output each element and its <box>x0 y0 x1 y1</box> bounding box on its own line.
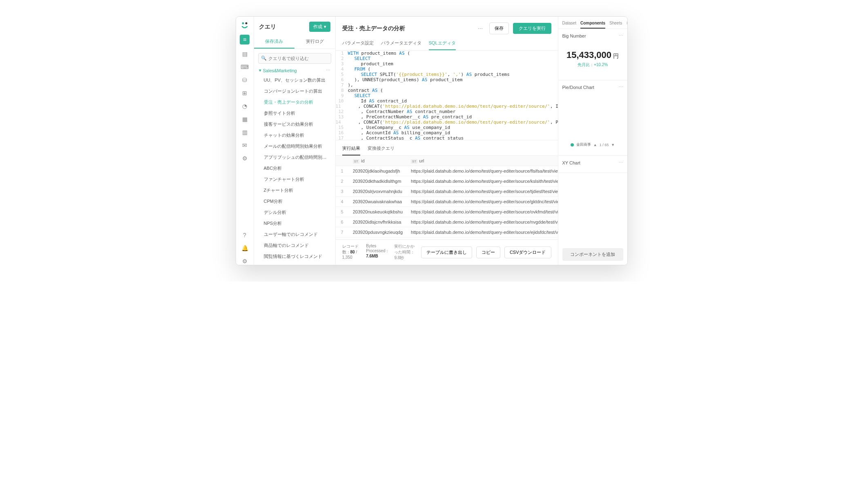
query-item[interactable]: ABC分析 <box>254 163 335 174</box>
rail-help-icon[interactable]: ? <box>241 231 248 239</box>
result-footer: レコード数：80 / 1,350 Bytes Processed：7.6MB 実… <box>336 239 558 265</box>
query-item[interactable]: 受注・売上データの分析 <box>254 97 335 108</box>
component-more-icon[interactable]: ⋯ <box>619 33 623 38</box>
query-item[interactable]: ファンチャート分析 <box>254 174 335 185</box>
query-item[interactable]: Zチャート分析 <box>254 185 335 196</box>
tab-params[interactable]: パラメータ設定 <box>342 38 374 50</box>
rtab-components[interactable]: Components <box>580 21 605 29</box>
tab-saved[interactable]: 保存済み <box>254 35 295 49</box>
export-table-button[interactable]: テーブルに書き出し <box>421 246 472 258</box>
table-row[interactable]: 6203920idlsjcnvfhrikksisahttps://plaid.d… <box>336 217 558 227</box>
page-title: 受注・売上データの分析 <box>342 25 471 32</box>
csv-download-button[interactable]: CSVダウンロード <box>504 246 551 258</box>
rail-apps-icon[interactable]: ⊞ <box>241 89 248 97</box>
search-input[interactable] <box>258 53 331 64</box>
query-item[interactable]: 参照サイト分析 <box>254 108 335 119</box>
right-panel: Dataset Components Sheets ✕ Big Number⋯ … <box>558 17 627 265</box>
legend-dot-icon <box>571 143 574 147</box>
table-row[interactable]: 3203920slrjvoxvmahnjkduhttps://plaid.dat… <box>336 187 558 197</box>
table-row[interactable]: 5203920nuskeuokqtkbshuhttps://plaid.data… <box>336 207 558 217</box>
chevron-down-icon: ▾ <box>324 24 326 29</box>
table-row[interactable]: 7203920pdusvngkzieuqdghttps://plaid.data… <box>336 227 558 238</box>
rtab-dataset[interactable]: Dataset <box>562 21 576 25</box>
result-table-wrap[interactable]: STidSTurlINn 1203920jdklaoihugadsfjhhttp… <box>336 156 558 239</box>
query-item[interactable]: UU、PV、セッション数の算出 <box>254 75 335 86</box>
query-item[interactable]: デシル分析 <box>254 207 335 218</box>
query-item[interactable]: 閲覧情報に基づくレコメンド <box>254 251 335 262</box>
component-big-number: Big Number⋯ 15,433,000円 先月比：+10.2% <box>558 29 627 80</box>
tab-param-editor[interactable]: パラメータエディタ <box>381 38 421 50</box>
rail-chart-icon[interactable]: ◔ <box>241 102 248 110</box>
component-pie-chart: Pie/Donut Chart⋯ 金田商事 ▲ 1 / 65 ▼ <box>558 80 627 156</box>
rail-sql-icon[interactable]: ⌨ <box>241 63 248 71</box>
bignum-value: 15,433,000 <box>566 50 611 60</box>
create-button[interactable]: 作成 ▾ <box>309 22 330 32</box>
tab-execution-log[interactable]: 実行ログ <box>294 35 335 49</box>
main-panel: 受注・売上データの分析 ⋯ 保存 クエリを実行 パラメータ設定 パラメータエディ… <box>336 17 558 265</box>
rail-datasource-icon[interactable]: ▤ <box>241 50 248 58</box>
rail-notifications-icon[interactable]: 🔔 <box>241 244 248 252</box>
query-item[interactable]: NPS分析 <box>254 218 335 229</box>
save-button[interactable]: 保存 <box>489 22 509 34</box>
add-component-button[interactable]: コンポーネントを追加 <box>562 248 623 261</box>
tab-sql-editor[interactable]: SQLエディタ <box>429 38 456 50</box>
folder-sales-marketing[interactable]: ▾ Sales&Marketing ⋯ <box>254 66 335 75</box>
bignum-sublabel: 先月比：+10.2% <box>562 62 623 68</box>
query-item[interactable]: チャットの効果分析 <box>254 130 335 141</box>
nav-rail: ≡ ▤ ⌨ ⛁ ⊞ ◔ ▦ ▥ ✉ ⚙ ? 🔔 ⚙ <box>236 17 254 265</box>
table-row[interactable]: 1203920jdklaoihugadsfjhhttps://plaid.dat… <box>336 166 558 176</box>
query-sidebar: クエリ 作成 ▾ 保存済み 実行ログ 🔍 ▾ Sales&Marketing ⋯… <box>254 17 336 265</box>
query-item[interactable]: メールの配信時間別効果分析 <box>254 141 335 152</box>
query-item[interactable]: アプリプッシュの配信時間別効果 <box>254 152 335 163</box>
table-row[interactable]: 2203920dkthadkidlslthgmhttps://plaid.dat… <box>336 176 558 187</box>
sidebar-title: クエリ <box>259 23 276 31</box>
query-item[interactable]: CPM分析 <box>254 196 335 207</box>
close-panel-icon[interactable]: ✕ <box>626 21 627 25</box>
rail-account-icon[interactable]: ⚙ <box>241 258 248 265</box>
tab-result[interactable]: 実行結果 <box>342 144 360 155</box>
query-item[interactable]: コンバージョンレートの算出 <box>254 86 335 97</box>
result-table: STidSTurlINn 1203920jdklaoihugadsfjhhttp… <box>336 156 558 239</box>
query-item[interactable]: ユーザー軸でのレコメンド <box>254 229 335 240</box>
query-item[interactable]: 商品軸でのレコメンド <box>254 240 335 251</box>
app-logo[interactable] <box>241 21 249 29</box>
page-more-icon[interactable]: ⋯ <box>475 26 485 31</box>
query-list: UU、PV、セッション数の算出コンバージョンレートの算出受注・売上データの分析参… <box>254 75 335 265</box>
column-header[interactable]: STid <box>349 156 407 166</box>
search-icon: 🔍 <box>261 56 267 61</box>
rail-settings-icon[interactable]: ⚙ <box>241 155 248 162</box>
query-item[interactable]: 接客サービスの効果分析 <box>254 119 335 130</box>
folder-more-icon[interactable]: ⋯ <box>326 68 330 73</box>
copy-button[interactable]: コピー <box>476 246 500 258</box>
tab-converted-query[interactable]: 変換後クエリ <box>368 144 395 155</box>
legend-prev-icon[interactable]: ▲ <box>593 143 597 147</box>
component-xy-chart: XY Chart⋯ <box>558 156 627 173</box>
run-query-button[interactable]: クエリを実行 <box>513 23 551 34</box>
rail-table-icon[interactable]: ▥ <box>241 129 248 136</box>
legend-next-icon[interactable]: ▼ <box>611 143 615 147</box>
table-row[interactable]: 4203920wuaivaknakwhaahttps://plaid.datah… <box>336 197 558 207</box>
svg-point-0 <box>242 22 244 24</box>
column-header[interactable]: STurl <box>407 156 557 166</box>
rail-query-icon[interactable]: ≡ <box>240 35 250 44</box>
rail-storage-icon[interactable]: ⛁ <box>241 76 248 84</box>
rail-dashboard-icon[interactable]: ▦ <box>241 115 248 123</box>
rtab-sheets[interactable]: Sheets <box>609 21 622 25</box>
component-more-icon[interactable]: ⋯ <box>619 84 623 90</box>
component-more-icon[interactable]: ⋯ <box>619 160 623 165</box>
chevron-down-icon: ▾ <box>259 68 261 73</box>
app-frame: ≡ ▤ ⌨ ⛁ ⊞ ◔ ▦ ▥ ✉ ⚙ ? 🔔 ⚙ クエリ 作成 ▾ 保存済み … <box>236 16 628 265</box>
sql-editor[interactable]: 1WITH product_items AS (2SELECT3product_… <box>336 51 558 140</box>
rail-export-icon[interactable]: ✉ <box>241 142 248 149</box>
svg-point-1 <box>245 22 248 24</box>
